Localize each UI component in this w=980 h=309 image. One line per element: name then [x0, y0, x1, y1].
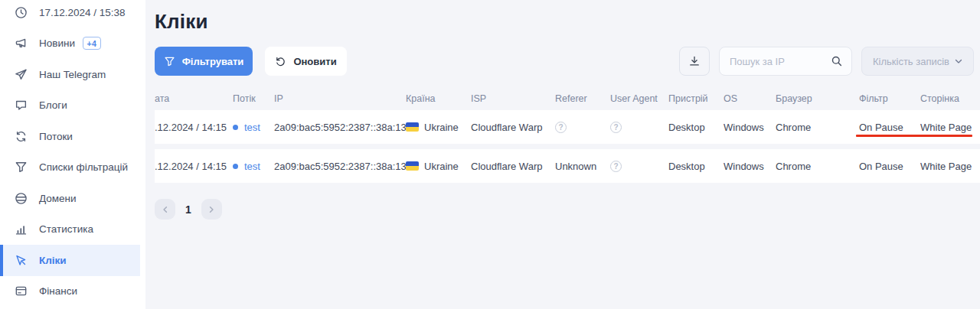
sidebar-item-label: Новини	[39, 37, 75, 49]
cell-country: Ukraine	[406, 122, 471, 133]
ukraine-flag-icon	[406, 161, 419, 171]
country-label: Ukraine	[424, 161, 459, 172]
filter-button-label: Фільтрувати	[182, 56, 244, 67]
card-icon	[15, 285, 28, 298]
col-header-user-agent: User Agent	[610, 93, 668, 104]
sync-icon	[15, 130, 28, 143]
refresh-button[interactable]: Оновити	[265, 47, 347, 76]
refresh-button-label: Оновити	[293, 56, 336, 67]
cell-browser: Chrome	[776, 122, 859, 133]
bar-chart-icon	[15, 223, 28, 236]
filter-button[interactable]: Фільтрувати	[155, 47, 253, 76]
pagination-next-button[interactable]	[201, 199, 222, 220]
sidebar-item-label: Блоги	[39, 99, 67, 111]
cell-filter: On Pause	[859, 122, 920, 133]
col-header-browser: Браузер	[776, 93, 859, 104]
cell-page: White Page	[920, 161, 980, 172]
chevron-right-icon	[206, 204, 217, 215]
cursor-icon	[15, 254, 28, 267]
cell-date: .12.2024 / 14:15	[155, 161, 233, 172]
cell-isp: Cloudflare Warp	[471, 161, 555, 172]
flow-status-dot	[233, 125, 238, 130]
pagination: 1	[155, 199, 980, 220]
cell-user-agent	[610, 160, 668, 172]
table-row: .12.2024 / 14:15 test 2a09:bac5:5952:238…	[155, 110, 980, 144]
chevron-left-icon	[160, 204, 171, 215]
download-icon	[688, 55, 701, 67]
sidebar-datetime: 17.12.2024 / 15:38	[0, 0, 145, 28]
sidebar-nav: 17.12.2024 / 15:38 Новини +4 Наш Telegra…	[0, 0, 145, 307]
col-header-ip: IP	[274, 93, 406, 104]
funnel-icon	[15, 161, 28, 174]
cell-flow: test	[233, 161, 274, 172]
sidebar-item-news[interactable]: Новини +4	[0, 28, 145, 60]
pagination-current-page: 1	[185, 203, 191, 216]
refresh-icon	[275, 56, 286, 67]
annotation-red-underline	[856, 135, 972, 137]
sidebar-item-filter-lists[interactable]: Списки фільтрацій	[0, 152, 145, 184]
flow-link[interactable]: test	[244, 122, 260, 133]
sidebar-item-label: Списки фільтрацій	[39, 161, 128, 173]
app-window: 17.12.2024 / 15:38 Новини +4 Наш Telegra…	[0, 0, 980, 309]
ukraine-flag-icon	[406, 122, 419, 132]
table-header-row: ата Потік IP Країна ISP Referer User Age…	[155, 88, 980, 109]
sidebar-item-label: Домени	[39, 193, 77, 204]
country-label: Ukraine	[424, 122, 459, 133]
globe-icon	[15, 192, 28, 205]
col-header-isp: ISP	[471, 93, 555, 104]
col-header-page: Сторінка	[920, 93, 980, 104]
sidebar-item-label: Кліки	[39, 255, 67, 266]
chat-icon	[15, 99, 28, 112]
flow-link[interactable]: test	[244, 161, 260, 172]
cell-country: Ukraine	[406, 161, 471, 172]
cell-isp: Cloudflare Warp	[471, 122, 555, 133]
sidebar-item-label: Статистика	[39, 223, 93, 235]
paper-plane-icon	[15, 68, 28, 81]
sidebar-item-clicks[interactable]: Кліки	[0, 245, 140, 276]
clock-icon	[15, 6, 28, 19]
cell-browser: Chrome	[776, 161, 859, 172]
sidebar-item-blogs[interactable]: Блоги	[0, 90, 145, 122]
search-input[interactable]	[719, 47, 852, 76]
toolbar-right: Кількість записів	[679, 47, 974, 76]
download-button[interactable]	[679, 47, 710, 76]
cell-ip: 2a09:bac5:5952:2387::38a:13	[274, 161, 406, 172]
sidebar-item-finances[interactable]: Фінанси	[0, 276, 145, 307]
cell-os: Windows	[724, 161, 776, 172]
flow-status-dot	[233, 164, 238, 169]
sidebar-item-label: Наш Telegram	[39, 69, 106, 80]
pagination-prev-button[interactable]	[155, 199, 175, 220]
sidebar-item-label: 17.12.2024 / 15:38	[39, 7, 126, 18]
funnel-icon	[164, 56, 175, 67]
col-header-country: Країна	[406, 93, 471, 104]
megaphone-icon	[15, 37, 28, 50]
cell-device: Desktop	[668, 122, 724, 133]
toolbar: Фільтрувати Оновити	[155, 47, 980, 76]
cell-device: Desktop	[668, 161, 724, 172]
search-field-wrap	[719, 47, 852, 76]
question-icon	[610, 122, 622, 133]
col-header-referer: Referer	[555, 93, 610, 104]
sidebar-item-telegram[interactable]: Наш Telegram	[0, 59, 145, 90]
question-icon	[610, 161, 622, 172]
sidebar-item-domains[interactable]: Домени	[0, 183, 145, 214]
col-header-device: Пристрій	[668, 93, 724, 104]
sidebar-item-flows[interactable]: Потоки	[0, 121, 145, 152]
col-header-date: ата	[155, 93, 233, 104]
col-header-filter: Фільтр	[859, 93, 920, 104]
table-row: .12.2024 / 14:15 test 2a09:bac5:5952:238…	[155, 149, 980, 183]
cell-flow: test	[233, 122, 274, 133]
cell-referer	[555, 121, 610, 133]
main-content: Кліки Фільтрувати Оновити	[145, 0, 980, 309]
records-count-dropdown[interactable]: Кількість записів	[861, 47, 974, 76]
cell-user-agent	[610, 121, 668, 133]
cell-referer: Unknown	[555, 161, 610, 172]
sidebar: 17.12.2024 / 15:38 Новини +4 Наш Telegra…	[0, 0, 145, 309]
col-header-os: OS	[724, 93, 776, 104]
question-icon	[555, 122, 567, 133]
sidebar-item-statistics[interactable]: Статистика	[0, 214, 145, 246]
news-count-badge: +4	[83, 37, 101, 50]
cell-page: White Page	[920, 122, 980, 133]
cell-os: Windows	[724, 122, 776, 133]
sidebar-item-label: Потоки	[39, 131, 73, 142]
